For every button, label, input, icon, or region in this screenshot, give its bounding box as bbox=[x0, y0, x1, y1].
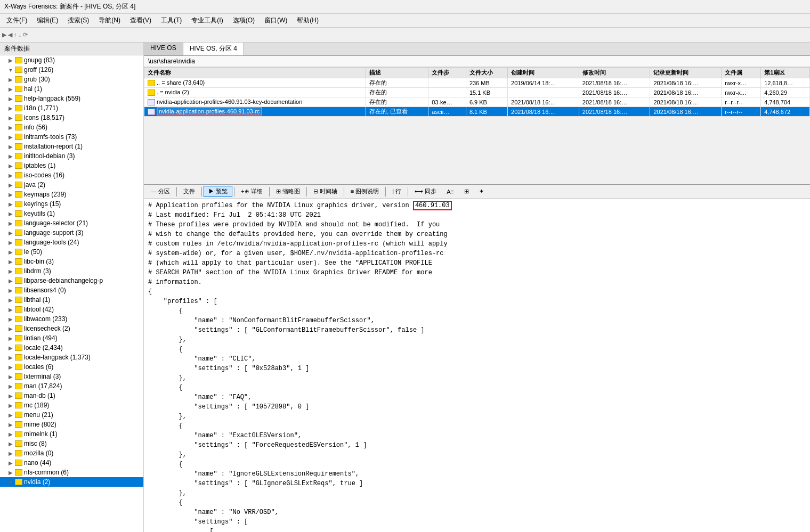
sidebar-item-helplangpack[interactable]: ▶help-langpack (559) bbox=[0, 94, 143, 103]
table-row[interactable]: nvidia-application-profiles-460.91.03-ke… bbox=[144, 97, 810, 107]
col-header-[interactable]: 文件名称 bbox=[144, 68, 366, 78]
sidebar-item-nvidia[interactable]: ▼nvidia (2) bbox=[0, 477, 143, 487]
sidebar-item-isocodes[interactable]: ▶iso-codes (16) bbox=[0, 170, 143, 180]
sidebar-tree[interactable]: ▶gnupg (83)▼groff (126)▶grub (30)▶hal (1… bbox=[0, 55, 143, 487]
sidebar-item-keyutils[interactable]: ▶keyutils (1) bbox=[0, 209, 143, 218]
sidebar-item-nfscommon[interactable]: ▶nfs-common (6) bbox=[0, 468, 143, 477]
sidebar-item-label: man-db (1) bbox=[24, 392, 55, 399]
menu-item-f[interactable]: 文件(F) bbox=[2, 15, 31, 26]
menu-item-n[interactable]: 导航(N) bbox=[94, 15, 125, 26]
col-header-[interactable]: 修改时间 bbox=[579, 68, 650, 78]
sidebar-item-label: man (17,824) bbox=[24, 382, 62, 390]
col-header-[interactable]: 描述 bbox=[366, 68, 428, 78]
sidebar-item-languagesupport[interactable]: ▶language-support (3) bbox=[0, 228, 143, 238]
sidebar-item-label: misc (8) bbox=[24, 440, 47, 447]
preview-btn-行[interactable]: | 行 bbox=[387, 186, 406, 197]
sidebar-item-mandb[interactable]: ▶man-db (1) bbox=[0, 391, 143, 400]
sidebar-item-initltooldebian[interactable]: ▶initltool-debian (3) bbox=[0, 151, 143, 161]
preview-btn-预览[interactable]: ▶ 预览 bbox=[204, 186, 232, 197]
table-row[interactable]: .. = share (73,640)存在的236 MB2019/06/14 1… bbox=[144, 78, 810, 88]
menu-item-w[interactable]: 窗口(W) bbox=[260, 15, 291, 26]
preview-btn-详细[interactable]: +⊕ 详细 bbox=[236, 186, 267, 197]
sidebar-item-installationreport[interactable]: ▶installation-report (1) bbox=[0, 142, 143, 151]
file-attr-cell: rwxr-x… bbox=[722, 78, 761, 88]
sidebar-item-label: le (50) bbox=[24, 248, 42, 256]
sidebar-item-languagetools[interactable]: ▶language-tools (24) bbox=[0, 238, 143, 247]
sidebar-item-info[interactable]: ▶info (56) bbox=[0, 122, 143, 132]
table-row[interactable]: nvidia-application-profiles-460.91.03-rc… bbox=[144, 107, 810, 117]
breadcrumb: \usr\share\nvidia bbox=[144, 56, 810, 67]
sidebar-item-grub[interactable]: ▶grub (30) bbox=[0, 75, 143, 84]
col-header-1[interactable]: 第1扇区 bbox=[761, 68, 810, 78]
sidebar-item-i18n[interactable]: ▶i18n (1,771) bbox=[0, 103, 143, 113]
preview-btn-缩略图[interactable]: ⊞ 缩略图 bbox=[271, 186, 305, 197]
sidebar-item-libcbin[interactable]: ▶libc-bin (3) bbox=[0, 257, 143, 266]
menu-item-t[interactable]: 工具(T) bbox=[157, 15, 186, 26]
sidebar-item-mc[interactable]: ▶mc (189) bbox=[0, 400, 143, 410]
preview-extra-btn[interactable]: A≡ bbox=[442, 187, 459, 197]
menu-item-s[interactable]: 搜索(S) bbox=[63, 15, 93, 26]
preview-btn-时间轴[interactable]: ⊟ 时间轴 bbox=[309, 186, 342, 197]
menu-item-e[interactable]: 编辑(E) bbox=[33, 15, 62, 26]
sidebar-item-lxterminal[interactable]: ▶lxterminal (3) bbox=[0, 372, 143, 381]
sidebar-item-mimelnk[interactable]: ▶mimelnk (1) bbox=[0, 429, 143, 439]
sidebar-item-label: locale-langpack (1,373) bbox=[24, 354, 91, 361]
col-header-[interactable]: 文件大小 bbox=[466, 68, 507, 78]
sidebar-item-languageselector[interactable]: ▶language-selector (21) bbox=[0, 218, 143, 228]
sidebar-item-lintian[interactable]: ▶lintian (494) bbox=[0, 333, 143, 343]
sidebar-item-mime[interactable]: ▶mime (802) bbox=[0, 420, 143, 429]
sidebar-item-libdrm[interactable]: ▶libdrm (3) bbox=[0, 266, 143, 276]
tab-hiveos4[interactable]: HIVE OS, 分区 4 bbox=[183, 43, 244, 55]
sidebar-item-iptables[interactable]: ▶iptables (1) bbox=[0, 161, 143, 170]
sidebar-item-nano[interactable]: ▶nano (44) bbox=[0, 458, 143, 468]
preview-btn-文件[interactable]: 文件 bbox=[179, 186, 200, 197]
preview-btn-图例说明[interactable]: ≡ 图例说明 bbox=[346, 186, 384, 197]
sidebar-item-licensecheck[interactable]: ▶licensecheck (2) bbox=[0, 324, 143, 333]
sidebar-item-label: mime (802) bbox=[24, 421, 56, 428]
sidebar-item-libthai[interactable]: ▶libthai (1) bbox=[0, 295, 143, 305]
sidebar-item-hal[interactable]: ▶hal (1) bbox=[0, 84, 143, 94]
sidebar-item-locales[interactable]: ▶locales (6) bbox=[0, 362, 143, 372]
menu-item-o[interactable]: 选项(O) bbox=[229, 15, 259, 26]
col-header-[interactable]: 创建时间 bbox=[508, 68, 579, 78]
main-layout: 案件数据 ▶gnupg (83)▼groff (126)▶grub (30)▶h… bbox=[0, 43, 810, 532]
preview-sep bbox=[385, 187, 386, 197]
sidebar-item-libparsedebianchangelogp[interactable]: ▶libparse-debianchangelog-p bbox=[0, 276, 143, 285]
preview-sep bbox=[234, 187, 234, 197]
sidebar-item-mozilla[interactable]: ▶mozilla (0) bbox=[0, 448, 143, 458]
col-header-[interactable]: 文件属 bbox=[722, 68, 761, 78]
sidebar-item-icons[interactable]: ▶icons (18,517) bbox=[0, 113, 143, 122]
file-area: 文件名称描述文件步文件大小创建时间修改时间记录更新时间文件属第1扇区.. = s… bbox=[144, 67, 810, 184]
preview-extra-btn[interactable]: ⊞ bbox=[459, 186, 474, 197]
sidebar-item-gnupg[interactable]: ▶gnupg (83) bbox=[0, 55, 143, 65]
sidebar-item-keyrings[interactable]: ▶keyrings (15) bbox=[0, 199, 143, 209]
menu-item-h[interactable]: 帮助(H) bbox=[293, 15, 323, 26]
sidebar-item-menu[interactable]: ▶menu (21) bbox=[0, 410, 143, 420]
menu-item-i[interactable]: 专业工具(I) bbox=[187, 15, 227, 26]
preview-btn-分区[interactable]: — 分区 bbox=[146, 186, 175, 197]
menu-item-v[interactable]: 查看(V) bbox=[126, 15, 156, 26]
sidebar-item-java[interactable]: ▶java (2) bbox=[0, 180, 143, 190]
sidebar-item-libwacom[interactable]: ▶libwacom (233) bbox=[0, 314, 143, 324]
table-row[interactable]: . = nvidia (2)存在的15.1 KB2021/08/18 16:…2… bbox=[144, 88, 810, 97]
sidebar-item-keymaps[interactable]: ▶keymaps (239) bbox=[0, 190, 143, 199]
sidebar-item-groff[interactable]: ▼groff (126) bbox=[0, 65, 143, 75]
preview-btn-同步[interactable]: ⟷ 同步 bbox=[410, 186, 441, 197]
file-updated-cell: 2021/08/18 16:… bbox=[650, 107, 722, 117]
preview-extra-btn[interactable]: ✦ bbox=[474, 186, 489, 197]
col-header-[interactable]: 记录更新时间 bbox=[650, 68, 722, 78]
title-bar: X-Ways Forensics: 新案件 - [HIVE OS, 分区 4] bbox=[0, 0, 810, 14]
sidebar-item-libtool[interactable]: ▶libtool (42) bbox=[0, 305, 143, 314]
sidebar-item-man[interactable]: ▶man (17,824) bbox=[0, 381, 143, 391]
sidebar-item-libsensors4[interactable]: ▶libsensors4 (0) bbox=[0, 285, 143, 295]
file-sector-cell: 4,748,704 bbox=[761, 97, 810, 107]
sidebar-item-label: mc (189) bbox=[24, 402, 49, 409]
sidebar-item-le[interactable]: ▶le (50) bbox=[0, 247, 143, 257]
sidebar-item-locale[interactable]: ▶locale (2,434) bbox=[0, 343, 143, 353]
sidebar-item-initramfstools[interactable]: ▶initramfs-tools (73) bbox=[0, 132, 143, 142]
col-header-[interactable]: 文件步 bbox=[428, 68, 466, 78]
file-created-cell: 2021/08/18 16:… bbox=[508, 107, 579, 117]
sidebar-item-localelangpack[interactable]: ▶locale-langpack (1,373) bbox=[0, 353, 143, 362]
tab-hiveos[interactable]: HIVE OS bbox=[144, 43, 183, 55]
sidebar-item-misc[interactable]: ▶misc (8) bbox=[0, 439, 143, 448]
